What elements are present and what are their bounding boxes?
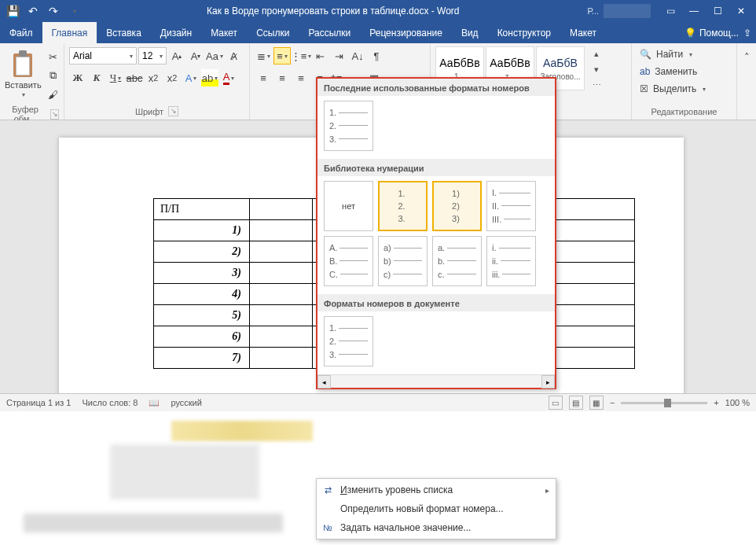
tell-me[interactable]: 💡 Помощ... xyxy=(684,28,739,39)
select-button[interactable]: ☒ Выделить ▾ xyxy=(637,81,709,97)
text-effects[interactable]: A▾ xyxy=(182,69,200,87)
show-marks[interactable]: ¶ xyxy=(368,47,385,64)
numbering-option-dot[interactable]: 1. 2. 3. xyxy=(378,181,428,231)
clear-formatting[interactable]: A̷ xyxy=(225,47,242,64)
font-name-combo[interactable]: Arial▾ xyxy=(69,47,137,64)
minimize-button[interactable]: — xyxy=(682,0,706,22)
zoom-label[interactable]: 100 % xyxy=(725,398,750,407)
strikethrough-button[interactable]: abc xyxy=(126,69,143,87)
paste-button[interactable]: Вставить ▾ xyxy=(5,46,42,101)
share-button[interactable]: ⇪ xyxy=(743,28,751,39)
bullets-button[interactable]: ≣▾ xyxy=(255,47,272,64)
numbering-option-recent-dot[interactable]: 1. 2. 3. xyxy=(324,101,373,151)
user-box[interactable] xyxy=(604,4,651,18)
table-row[interactable]: 4) xyxy=(154,284,250,305)
tab-review[interactable]: Рецензирование xyxy=(360,22,452,43)
status-words[interactable]: Число слов: 8 xyxy=(82,398,138,407)
numbering-option-lower-paren[interactable]: a) b) c) xyxy=(378,236,428,286)
shrink-font[interactable]: A▾ xyxy=(187,47,204,64)
grow-font[interactable]: A▴ xyxy=(168,47,185,64)
numbering-button[interactable]: ≡▾ xyxy=(273,47,291,64)
collapse-ribbon[interactable]: ˄ xyxy=(738,48,755,65)
zoom-slider[interactable] xyxy=(621,402,707,404)
numbering-hscroll[interactable]: ◂ ▸ xyxy=(317,374,555,388)
tab-mailings[interactable]: Рассылки xyxy=(299,22,360,43)
increase-indent[interactable]: ⇥ xyxy=(330,47,347,64)
tab-insert[interactable]: Вставка xyxy=(97,22,151,43)
superscript-button[interactable]: x2 xyxy=(163,69,181,87)
tab-table-layout[interactable]: Макет xyxy=(560,22,606,43)
numbering-option-roman-lower[interactable]: i. ii. iii. xyxy=(486,236,536,286)
underline-button[interactable]: Ч▾ xyxy=(107,69,124,87)
table-row[interactable]: 7) xyxy=(154,348,250,369)
numbering-option-lower-dot[interactable]: a. b. c. xyxy=(432,236,482,286)
font-color-button[interactable]: A▾ xyxy=(220,69,237,87)
sort-button[interactable]: A↓ xyxy=(349,47,366,64)
decrease-indent[interactable]: ⇤ xyxy=(311,47,328,64)
paste-label: Вставить xyxy=(5,80,42,90)
font-launcher[interactable]: ↘ xyxy=(168,106,178,116)
bold-button[interactable]: Ж xyxy=(69,69,86,87)
tab-table-design[interactable]: Конструктор xyxy=(488,22,560,43)
font-group-label: Шрифт xyxy=(135,107,163,116)
highlight-button[interactable]: ab▾ xyxy=(201,69,218,87)
table-row[interactable]: 5) xyxy=(154,305,250,326)
qat-customize[interactable]: ▾ xyxy=(64,2,83,20)
maximize-button[interactable]: ☐ xyxy=(706,0,729,22)
menu-change-level[interactable]: ⇄ Изменить уровень списка ▸ xyxy=(317,481,556,499)
zoom-plus[interactable]: + xyxy=(714,398,718,407)
style-sample: АаБбВв xyxy=(490,57,530,69)
cut-button[interactable]: ✂ xyxy=(45,48,62,65)
table-row[interactable]: 6) xyxy=(154,326,250,348)
hscroll-right[interactable]: ▸ xyxy=(541,375,555,388)
status-proofing[interactable]: 📖 xyxy=(149,398,160,408)
clipboard-launcher[interactable]: ↘ xyxy=(50,109,59,120)
undo-button[interactable]: ↶ xyxy=(24,2,42,20)
zoom-minus[interactable]: − xyxy=(610,398,615,407)
redo-button[interactable]: ↷ xyxy=(44,2,63,20)
tab-home[interactable]: Главная xyxy=(42,22,97,43)
subscript-button[interactable]: x2 xyxy=(145,69,162,87)
table-row[interactable]: 3) xyxy=(154,263,250,284)
table-row[interactable]: 1) xyxy=(154,220,250,241)
tab-file[interactable]: Файл xyxy=(0,22,42,43)
tab-references[interactable]: Ссылки xyxy=(247,22,299,43)
font-size-combo[interactable]: 12▾ xyxy=(138,47,167,64)
numbering-option-paren[interactable]: 1) 2) 3) xyxy=(432,181,482,231)
save-button[interactable]: 💾 xyxy=(3,2,22,20)
numbering-option-none[interactable]: нет xyxy=(324,181,373,231)
table-row[interactable]: 2) xyxy=(154,241,250,263)
view-print[interactable]: ▤ xyxy=(569,396,583,410)
tab-design[interactable]: Дизайн xyxy=(151,22,201,43)
numbering-option-roman[interactable]: I. II. III. xyxy=(486,181,536,231)
numbering-option-upper[interactable]: A. B. C. xyxy=(324,236,373,286)
close-button[interactable]: ✕ xyxy=(729,0,753,22)
styles-up[interactable]: ▴ xyxy=(589,46,604,61)
numbering-option-doc-dot[interactable]: 1. 2. 3. xyxy=(324,316,373,366)
menu-define-format[interactable]: Определить новый формат номера... xyxy=(317,499,556,518)
styles-down[interactable]: ▾ xyxy=(589,62,604,76)
status-page[interactable]: Страница 1 из 1 xyxy=(6,398,71,407)
style-sample: АаБбВ xyxy=(543,57,578,69)
group-editing: 🔍 Найти ▾ ab Заменить ☒ Выделить ▾ Редак… xyxy=(632,43,737,120)
menu-set-value[interactable]: № Задать начальное значение... xyxy=(317,518,556,537)
tab-layout[interactable]: Макет xyxy=(201,22,247,43)
hscroll-left[interactable]: ◂ xyxy=(317,375,331,388)
align-right[interactable]: ≡ xyxy=(292,69,310,87)
align-center[interactable]: ≡ xyxy=(273,69,291,87)
multilevel-button[interactable]: ⋮≡▾ xyxy=(292,47,310,64)
find-button[interactable]: 🔍 Найти ▾ xyxy=(637,46,709,62)
view-web[interactable]: ▦ xyxy=(589,396,604,410)
copy-button[interactable]: ⧉ xyxy=(45,67,62,84)
status-language[interactable]: русский xyxy=(171,398,201,407)
change-case[interactable]: Aa▾ xyxy=(206,47,223,64)
tab-view[interactable]: Вид xyxy=(452,22,488,43)
view-read[interactable]: ▭ xyxy=(549,396,563,410)
ribbon-options-button[interactable]: ▭ xyxy=(659,0,682,22)
format-painter[interactable]: 🖌 xyxy=(45,86,62,103)
align-left[interactable]: ≡ xyxy=(255,69,272,87)
table-header-cell[interactable]: П/П xyxy=(154,199,250,220)
replace-button[interactable]: ab Заменить xyxy=(637,64,709,79)
italic-button[interactable]: К xyxy=(88,69,105,87)
styles-more[interactable]: ⋯ xyxy=(589,78,604,92)
